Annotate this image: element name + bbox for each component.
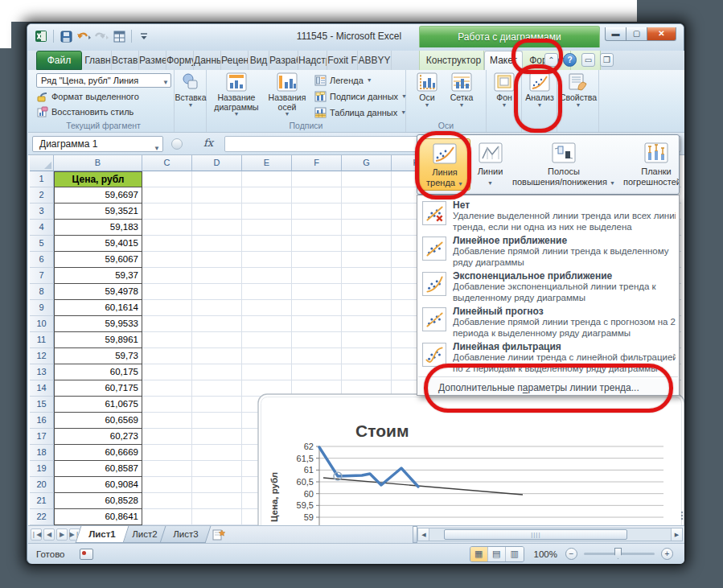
close-button[interactable]: ✕ [647, 27, 676, 41]
zoom-in-icon[interactable]: + [661, 548, 673, 560]
cell-B7[interactable]: 59,37 [54, 268, 142, 284]
cell-B12[interactable]: 59,73 [54, 348, 142, 364]
zoom-level[interactable]: 100% [534, 549, 557, 559]
cell-E1[interactable] [242, 171, 292, 187]
cell-D20[interactable] [192, 477, 242, 493]
cell-F10[interactable] [292, 316, 342, 332]
ribbon-tab-главн[interactable]: Главн [84, 51, 112, 70]
row-header-2[interactable]: 2 [30, 187, 54, 204]
menu-item-линейный-прогноз[interactable]: Линейный прогнозДобавление прямой линии … [417, 304, 679, 339]
row-header-21[interactable]: 21 [30, 493, 54, 509]
flyout-button-updown-bars[interactable]: Полосыповышения/понижения ▼ [510, 138, 618, 191]
cell-B11[interactable]: 59,8961 [54, 332, 142, 348]
row-header-5[interactable]: 5 [30, 236, 54, 252]
ribbon-tab-вид[interactable]: Вид [249, 51, 269, 70]
cell-B15[interactable]: 61,0675 [54, 397, 142, 413]
cell-C2[interactable] [142, 187, 192, 204]
cell-D16[interactable] [192, 413, 242, 429]
cell-F7[interactable] [292, 268, 342, 284]
undo-icon[interactable] [76, 29, 91, 43]
row-header-16[interactable]: 16 [30, 413, 54, 429]
row-header-7[interactable]: 7 [30, 268, 54, 284]
cell-D2[interactable] [192, 187, 242, 204]
cell-B14[interactable]: 60,7175 [54, 380, 142, 397]
cell-G2[interactable] [342, 187, 392, 204]
cell-G4[interactable] [342, 220, 392, 236]
minimize-button[interactable]: ▬ [605, 27, 626, 41]
switch-windows-icon[interactable] [112, 29, 126, 43]
row-header-12[interactable]: 12 [30, 348, 54, 364]
cell-D14[interactable] [192, 380, 242, 397]
cell-C1[interactable] [142, 171, 192, 187]
cell-D4[interactable] [192, 220, 242, 236]
chart-title-button[interactable]: Название диаграммы▼ [212, 72, 261, 117]
cell-F8[interactable] [292, 284, 342, 300]
cell-D18[interactable] [192, 445, 242, 461]
excel-logo-icon[interactable] [34, 29, 48, 43]
cell-B2[interactable]: 59,6697 [54, 187, 142, 204]
row-header-15[interactable]: 15 [30, 397, 54, 413]
row-header-19[interactable]: 19 [30, 461, 54, 477]
row-header-6[interactable]: 6 [30, 252, 54, 268]
row-header-3[interactable]: 3 [30, 204, 54, 220]
cell-F12[interactable] [292, 348, 342, 364]
scroll-right-icon[interactable]: ▶ [671, 528, 682, 541]
next-sheet-icon[interactable]: ▶ [56, 528, 68, 541]
cell-D5[interactable] [192, 236, 242, 252]
ribbon-tab-надстр[interactable]: Надстр [298, 51, 327, 70]
row-header-17[interactable]: 17 [30, 429, 54, 445]
chart-elements-combo[interactable]: Ряд "Цена, рубл" Линия▼ [36, 73, 171, 88]
cell-B21[interactable]: 60,8528 [54, 493, 142, 509]
cell-F9[interactable] [292, 300, 342, 316]
cell-B19[interactable]: 60,8587 [54, 461, 142, 477]
cell-F13[interactable] [292, 364, 342, 380]
column-header-E[interactable]: E [242, 155, 292, 171]
cell-B10[interactable]: 59,9533 [54, 316, 142, 332]
cell-B4[interactable]: 59,183 [54, 220, 142, 236]
name-box[interactable]: Диаграмма 1▼ [32, 136, 163, 152]
cell-E10[interactable] [242, 316, 292, 332]
cell-C7[interactable] [142, 268, 192, 284]
help-icon[interactable]: ? [563, 53, 577, 67]
cell-D19[interactable] [192, 461, 242, 477]
axis-titles-button[interactable]: Названия осей▼ [265, 72, 310, 117]
cell-G9[interactable] [342, 300, 392, 316]
save-icon[interactable] [59, 29, 73, 43]
cell-G11[interactable] [342, 332, 392, 348]
chart-object[interactable]: Стоим 6261,56160,56059,55958,55857,5 21.… [257, 393, 684, 525]
cell-B1[interactable]: Цена, рубл [54, 171, 142, 187]
cell-F5[interactable] [292, 236, 342, 252]
cell-E9[interactable] [242, 300, 292, 316]
cell-D3[interactable] [192, 204, 242, 220]
ribbon-tab-форму[interactable]: Форму [166, 51, 194, 70]
cell-B13[interactable]: 60,175 [54, 364, 142, 380]
row-header-8[interactable]: 8 [30, 284, 54, 300]
cell-C21[interactable] [142, 493, 192, 509]
sheet-tab-лист3[interactable]: Лист3 [160, 526, 212, 543]
zoom-slider[interactable] [584, 553, 655, 555]
cell-E4[interactable] [242, 220, 292, 236]
ribbon-tab-файл[interactable]: Файл [36, 51, 82, 70]
cell-C12[interactable] [142, 348, 192, 364]
horizontal-scrollbar[interactable]: ◀ ▶ [417, 528, 683, 541]
cell-G1[interactable] [342, 171, 392, 187]
insert-function-icon[interactable]: fx [203, 137, 213, 149]
cell-F3[interactable] [292, 204, 342, 220]
cell-E6[interactable] [242, 252, 292, 268]
ribbon-tab-разраб[interactable]: Разраб [269, 51, 298, 70]
cell-D10[interactable] [192, 316, 242, 332]
data-labels-button[interactable]: Подписи данных▼ [314, 89, 407, 104]
menu-item-линейное-приближение[interactable]: Линейное приближениеДобавление прямой ли… [417, 233, 679, 269]
cell-F1[interactable] [292, 171, 342, 187]
column-header-C[interactable]: C [142, 155, 192, 171]
cell-C17[interactable] [142, 429, 192, 445]
cell-D1[interactable] [192, 171, 242, 187]
flyout-button-error-bars[interactable]: Планкипогрешностей ▼ [619, 138, 680, 191]
axes-button[interactable]: Оси▼ [413, 72, 442, 108]
page-layout-view-icon[interactable]: ▤ [488, 547, 506, 561]
cell-C18[interactable] [142, 445, 192, 461]
row-header-1[interactable]: 1 [30, 171, 54, 187]
cell-F6[interactable] [292, 252, 342, 268]
row-header-9[interactable]: 9 [30, 300, 54, 316]
column-header-B[interactable]: B [54, 155, 142, 171]
